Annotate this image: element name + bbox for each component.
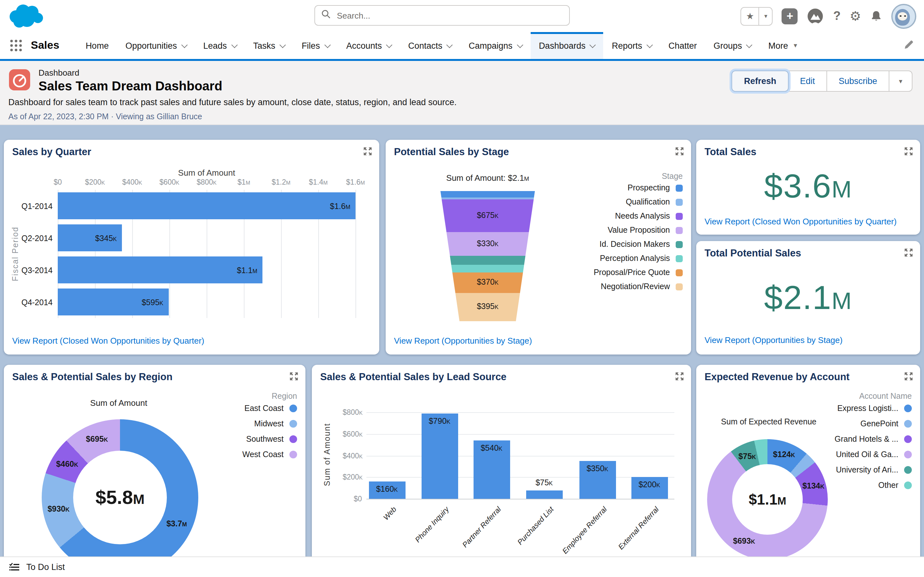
legend-item-grand-hotels[interactable]: Grand Hotels & ... bbox=[835, 432, 912, 447]
slice-value-label: $930K bbox=[47, 505, 69, 514]
legend-item-qualification[interactable]: Qualification bbox=[594, 195, 683, 209]
funnel-stage-perception-analysis[interactable] bbox=[436, 265, 539, 272]
search-input[interactable] bbox=[336, 10, 563, 21]
tab-label: Campaigns bbox=[469, 41, 513, 50]
todo-list-dock[interactable]: To Do List bbox=[0, 556, 924, 577]
caret-down-icon: ▼ bbox=[898, 78, 903, 84]
legend-label: Grand Hotels & ... bbox=[835, 435, 898, 444]
funnel-chart[interactable]: $675K$330K$370K$395K bbox=[436, 191, 539, 324]
tab-accounts[interactable]: Accounts bbox=[338, 32, 400, 59]
bar-purchased-list[interactable] bbox=[526, 491, 562, 499]
slice-value-label: $693K bbox=[733, 537, 755, 546]
bar-q3-2014[interactable] bbox=[58, 256, 262, 284]
axis-tick: $400K bbox=[122, 178, 142, 186]
chevron-down-icon bbox=[324, 41, 330, 48]
legend-item-negotiation-review[interactable]: Negotiation/Review bbox=[594, 279, 683, 293]
subscribe-button[interactable]: Subscribe bbox=[827, 71, 889, 92]
legend-item-id-decision-makers[interactable]: Id. Decision Makers bbox=[594, 237, 683, 251]
stage-legend: Stage ProspectingQualificationNeeds Anal… bbox=[594, 172, 683, 293]
tab-chatter[interactable]: Chatter bbox=[660, 32, 706, 59]
axis-tick: $1.4M bbox=[309, 178, 328, 186]
help-icon[interactable]: ? bbox=[833, 9, 841, 23]
funnel-value-label: $370K bbox=[436, 277, 539, 287]
legend-item-midwest[interactable]: Midwest bbox=[242, 416, 297, 432]
legend-label: Other bbox=[878, 481, 898, 490]
tab-contacts[interactable]: Contacts bbox=[400, 32, 460, 59]
legend-item-express-logisti[interactable]: Express Logisti... bbox=[835, 401, 912, 416]
tab-reports[interactable]: Reports bbox=[604, 32, 660, 59]
slice-value-label: $460K bbox=[56, 459, 78, 468]
object-type-label: Dashboard bbox=[39, 68, 79, 77]
app-launcher-icon[interactable] bbox=[10, 40, 22, 51]
legend-item-value-proposition[interactable]: Value Proposition bbox=[594, 223, 683, 237]
legend-title: Stage bbox=[594, 172, 683, 181]
tab-opportunities[interactable]: Opportunities bbox=[117, 32, 195, 59]
legend-label: Prospecting bbox=[628, 183, 670, 192]
bar-q1-2014[interactable] bbox=[58, 192, 355, 219]
refresh-button[interactable]: Refresh bbox=[732, 71, 788, 92]
account-legend: Account Name Express Logisti...GenePoint… bbox=[835, 392, 912, 493]
setup-gear-icon[interactable]: ⚙ bbox=[850, 8, 861, 24]
widget-total-potential-sales: Total Potential Sales $2.1M View Report … bbox=[696, 241, 920, 355]
expand-icon[interactable] bbox=[904, 248, 913, 257]
favorites-caret-icon[interactable]: ▼ bbox=[759, 7, 772, 25]
legend-item-proposal-price-quote[interactable]: Proposal/Price Quote bbox=[594, 266, 683, 279]
bar-phone-inquiry[interactable] bbox=[421, 413, 458, 499]
widget-sales-by-region: Sales & Potential Sales by Region Sum of… bbox=[4, 365, 305, 577]
legend-item-needs-analysis[interactable]: Needs Analysis bbox=[594, 209, 683, 223]
widget-title: Total Sales bbox=[704, 146, 756, 158]
legend-title: Account Name bbox=[835, 392, 912, 401]
legend-item-southwest[interactable]: Southwest bbox=[242, 432, 297, 447]
expand-icon[interactable] bbox=[363, 147, 372, 156]
legend-label: Perception Analysis bbox=[600, 254, 670, 263]
widget-sales-by-quarter: Sales by Quarter Sum of Amount Fiscal Pe… bbox=[4, 140, 379, 355]
legend-label: Qualification bbox=[626, 197, 670, 206]
tab-more[interactable]: More▼ bbox=[760, 32, 806, 59]
funnel-stage-prospecting[interactable] bbox=[436, 191, 539, 197]
edit-button[interactable]: Edit bbox=[788, 71, 827, 92]
tab-leads[interactable]: Leads bbox=[195, 32, 245, 59]
view-report-link[interactable]: View Report (Opportunities by Stage) bbox=[394, 336, 532, 346]
tab-groups[interactable]: Groups bbox=[705, 32, 760, 59]
notifications-bell-icon[interactable] bbox=[870, 10, 882, 22]
gridline bbox=[367, 412, 674, 413]
legend-item-genepoint[interactable]: GenePoint bbox=[835, 416, 912, 432]
global-actions-icon[interactable]: + bbox=[782, 8, 798, 24]
chevron-down-icon bbox=[231, 41, 237, 48]
tab-dashboards[interactable]: Dashboards bbox=[530, 32, 604, 59]
expand-icon[interactable] bbox=[904, 372, 913, 381]
more-actions-button[interactable]: ▼ bbox=[889, 71, 913, 92]
tab-files[interactable]: Files bbox=[293, 32, 338, 59]
legend-item-west-coast[interactable]: West Coast bbox=[242, 447, 297, 462]
favorites-star-icon[interactable]: ★ bbox=[741, 7, 759, 25]
legend-item-university-of-ari[interactable]: University of Ari... bbox=[835, 462, 912, 478]
guidance-center-icon[interactable] bbox=[807, 7, 824, 25]
tab-label: Groups bbox=[714, 41, 742, 50]
chevron-down-icon bbox=[386, 41, 393, 48]
axis-tick: $1M bbox=[237, 178, 250, 186]
tab-label: Opportunities bbox=[126, 41, 177, 50]
expand-icon[interactable] bbox=[904, 147, 913, 156]
legend-swatch bbox=[676, 269, 683, 276]
legend-swatch bbox=[289, 405, 297, 412]
view-report-link[interactable]: View Report (Closed Won Opportunities by… bbox=[704, 217, 897, 226]
legend-item-other[interactable]: Other bbox=[835, 478, 912, 493]
legend-item-east-coast[interactable]: East Coast bbox=[242, 401, 297, 416]
legend-item-united-oil-ga[interactable]: United Oil & Ga... bbox=[835, 447, 912, 462]
edit-nav-pencil-icon[interactable] bbox=[903, 40, 914, 53]
funnel-stage-id-decision-makers[interactable] bbox=[436, 256, 539, 265]
expand-icon[interactable] bbox=[289, 372, 298, 381]
expand-icon[interactable] bbox=[675, 372, 684, 381]
user-avatar[interactable] bbox=[891, 3, 916, 29]
tab-home[interactable]: Home bbox=[78, 32, 117, 59]
expand-icon[interactable] bbox=[675, 147, 684, 156]
view-report-link[interactable]: View Report (Closed Won Opportunities by… bbox=[12, 336, 204, 346]
tab-campaigns[interactable]: Campaigns bbox=[460, 32, 531, 59]
x-axis-title: Sum of Amount bbox=[178, 168, 235, 177]
tab-tasks[interactable]: Tasks bbox=[245, 32, 293, 59]
view-report-link[interactable]: View Report (Opportunities by Stage) bbox=[704, 335, 843, 345]
legend-item-prospecting[interactable]: Prospecting bbox=[594, 181, 683, 195]
legend-item-perception-analysis[interactable]: Perception Analysis bbox=[594, 251, 683, 266]
legend-label: Express Logisti... bbox=[837, 404, 898, 413]
slice-value-label: $3.7M bbox=[166, 520, 187, 529]
